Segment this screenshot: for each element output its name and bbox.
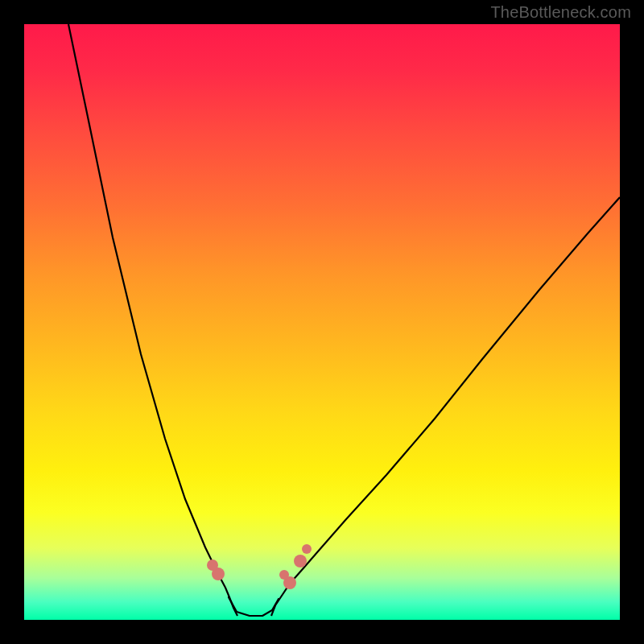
marker-right-dot-2 [279,570,289,580]
bottleneck-curve [24,24,620,620]
right-branch-path [271,197,620,616]
marker-left-dot-2 [207,559,218,571]
watermark-text: TheBottleneck.com [490,3,631,22]
chart-frame: TheBottleneck.com [0,0,644,644]
marker-right-dot-3 [294,555,307,568]
marker-right-dot-4 [302,544,312,554]
left-branch-path [68,24,237,616]
plot-area [24,24,620,620]
